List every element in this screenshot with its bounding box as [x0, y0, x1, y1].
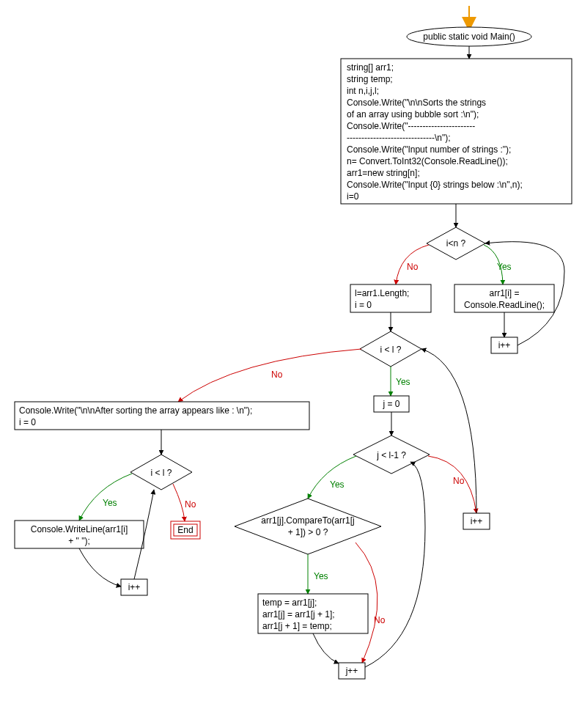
cond-compare-line-0: arr1[j].CompareTo(arr1[j: [261, 515, 354, 526]
readline-line-0: arr1[i] =: [489, 288, 519, 298]
inc-i-2-label: i++: [471, 516, 483, 526]
init-line-1: string temp;: [347, 74, 393, 84]
init-line-9: arr1=new string[n];: [347, 168, 420, 178]
edge-yes-4: Yes: [314, 571, 328, 581]
cond-i-lt-n-label: i<n ?: [446, 238, 466, 249]
cond-compare-line-1: + 1]) > 0 ?: [288, 527, 328, 537]
init-line-10: Console.Write("Input {0} strings below :…: [347, 180, 523, 190]
readline-line-1: Console.ReadLine();: [464, 300, 545, 310]
init-line-2: int n,i,j,l;: [347, 86, 379, 96]
flowchart: public static void Main() string[] arr1;…: [0, 0, 582, 728]
cond-compare: [235, 499, 381, 554]
swap-line-2: arr1[j + 1] = temp;: [262, 621, 332, 631]
after-sort-line-0: Console.Write("\n\nAfter sorting the arr…: [19, 405, 252, 416]
write-item-line-1: + " ");: [68, 536, 90, 546]
cond-i-lt-l-2-label: i < l ?: [150, 468, 172, 478]
set-l-line-1: i = 0: [355, 300, 372, 310]
edge-no-1: No: [407, 262, 419, 272]
cond-j-lt-lm1-label: j < l-1 ?: [376, 450, 406, 460]
edge-yes-2: Yes: [396, 377, 410, 387]
init-line-7: Console.Write("Input number of strings :…: [347, 144, 511, 155]
init-line-5: Console.Write("-----------------------: [347, 121, 475, 131]
edge-yes-3: Yes: [330, 479, 345, 490]
start-label: public static void Main(): [423, 32, 515, 42]
edge-no-4: No: [374, 615, 386, 625]
init-line-3: Console.Write("\n\nSorts the strings: [347, 98, 486, 108]
edge-no-3: No: [453, 476, 465, 486]
set-j0-label: j = 0: [382, 399, 399, 409]
init-line-4: of an array using bubble sort :\n");: [347, 109, 479, 120]
edge-no-5: No: [185, 499, 196, 510]
end-label: End: [177, 525, 193, 535]
edge-yes-1: Yes: [497, 262, 512, 272]
set-l-line-0: l=arr1.Length;: [355, 288, 409, 298]
inc-j-label: j++: [345, 666, 358, 676]
write-item-line-0: Console.WriteLine(arr1[i]: [31, 524, 128, 534]
inc-i-3-label: i++: [128, 582, 141, 592]
init-line-11: i=0: [347, 191, 359, 202]
edge-yes-5: Yes: [103, 498, 117, 508]
init-line-6: ------------------------------\n");: [347, 133, 450, 143]
inc-i-1-label: i++: [498, 340, 511, 350]
after-sort-line-1: i = 0: [19, 417, 36, 427]
edge-no-2: No: [271, 369, 283, 380]
cond-i-lt-l-label: i < l ?: [380, 345, 401, 355]
init-line-8: n= Convert.ToInt32(Console.ReadLine());: [347, 156, 508, 166]
swap-line-0: temp = arr1[j];: [262, 598, 317, 608]
swap-line-1: arr1[j] = arr1[j + 1];: [262, 609, 335, 619]
init-line-0: string[] arr1;: [347, 62, 394, 73]
